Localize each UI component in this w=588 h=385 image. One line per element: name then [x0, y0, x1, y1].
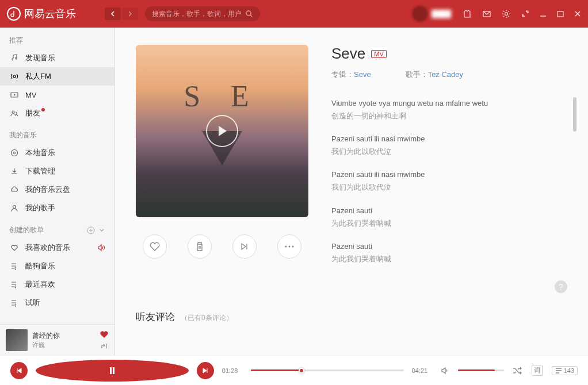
shuffle-icon[interactable] [512, 366, 522, 375]
play-overlay-button[interactable] [206, 115, 238, 147]
sidebar-item-discover[interactable]: 发现音乐 [0, 49, 114, 67]
cloud-icon [9, 186, 20, 194]
download-icon [9, 167, 20, 175]
lyrics-toggle[interactable]: 词 [532, 365, 543, 376]
player-bar: 01:28 04:21 词 143 [0, 355, 588, 385]
maximize-icon[interactable] [557, 10, 564, 17]
sidebar-item-cloud[interactable]: 我的音乐云盘 [0, 180, 114, 199]
progress-bar[interactable] [251, 369, 404, 371]
username: ████ [432, 10, 451, 18]
music-note-icon [9, 54, 20, 62]
section-created: 创建的歌单 [0, 217, 114, 238]
player-pause-button[interactable] [36, 360, 189, 382]
share-icon[interactable] [100, 342, 108, 350]
volume-fill [458, 369, 495, 371]
lyric-block: Viumbe vyote vya mungu wetu na mfalme we… [331, 97, 567, 122]
playlist-button[interactable]: 143 [552, 366, 578, 375]
nav-back-button[interactable] [105, 7, 121, 20]
svg-rect-16 [110, 367, 112, 374]
sidebar-item-artists[interactable]: 我的歌手 [0, 199, 114, 217]
lyric-block: Pazeni sauti ili nasi mwimbe我们为此以歌代泣 [331, 133, 567, 158]
svg-point-8 [12, 111, 14, 113]
minimize-icon[interactable] [540, 10, 547, 17]
next-button[interactable] [232, 234, 257, 259]
progress-fill [251, 369, 301, 371]
search-icon[interactable] [245, 10, 253, 18]
more-button[interactable] [277, 234, 301, 259]
sidebar-item-liked[interactable]: 我喜欢的音乐 [0, 238, 114, 257]
user-area[interactable]: ████ [412, 6, 451, 22]
svg-point-9 [12, 150, 18, 156]
user-avatar [412, 6, 428, 22]
lyric-block: Pazeni sauti ili nasi mwimbe我们为此以歌代泣 [331, 168, 567, 194]
svg-point-11 [13, 206, 16, 209]
mv-badge[interactable]: MV [371, 50, 387, 58]
notification-dot [41, 108, 45, 111]
svg-point-10 [14, 152, 16, 154]
list-icon [555, 368, 562, 374]
chevron-down-icon[interactable] [98, 226, 105, 233]
svg-point-6 [13, 75, 16, 78]
gear-icon[interactable] [502, 9, 511, 18]
svg-rect-5 [558, 11, 563, 17]
artist-link[interactable]: Tez Cadey [428, 70, 463, 79]
svg-point-3 [505, 13, 508, 16]
current-time: 01:28 [222, 367, 243, 374]
svg-point-13 [285, 246, 287, 248]
player-next-button[interactable] [197, 362, 214, 379]
volume-icon[interactable] [441, 366, 450, 375]
sidebar-item-recent[interactable]: 最近喜欢 [0, 275, 114, 294]
play-rect-icon [9, 91, 20, 99]
skin-icon[interactable] [463, 9, 472, 18]
add-playlist-icon[interactable] [87, 226, 95, 234]
sidebar-item-download[interactable]: 下载管理 [0, 162, 114, 180]
search-box[interactable] [145, 6, 260, 21]
now-playing-artist: 许巍 [32, 341, 95, 349]
sidebar: 推荐 发现音乐 私人FM MV 朋友 我的音乐 本地音乐 [0, 28, 115, 355]
mini-mode-icon[interactable] [521, 10, 529, 18]
sidebar-item-fm[interactable]: 私人FM [0, 67, 114, 86]
now-playing-card[interactable]: 曾经的你 许巍 [0, 324, 114, 355]
artist-meta: 歌手：Tez Cadey [406, 70, 463, 80]
svg-point-15 [292, 246, 294, 248]
playlist-icon [9, 280, 20, 288]
progress-handle[interactable] [299, 368, 304, 374]
player-prev-button[interactable] [10, 362, 28, 379]
netease-logo-icon [7, 7, 21, 21]
album-link[interactable]: Seve [354, 70, 371, 79]
playlist-icon [9, 299, 20, 307]
svg-line-1 [250, 15, 252, 17]
people-icon [9, 109, 20, 117]
like-button[interactable] [143, 234, 167, 259]
now-playing-title: 曾经的你 [32, 331, 95, 341]
search-input[interactable] [152, 10, 245, 18]
volume-bar[interactable] [458, 369, 504, 371]
app-name: 网易云音乐 [24, 7, 76, 21]
titlebar: 网易云音乐 ████ [0, 0, 588, 28]
sidebar-item-trial[interactable]: 试听 [0, 294, 114, 312]
lyric-block: Pazeni sauti为此我们哭着呐喊 [331, 205, 567, 230]
help-button[interactable]: ? [555, 280, 567, 293]
sidebar-item-local[interactable]: 本地音乐 [0, 144, 114, 162]
sidebar-item-kugou[interactable]: 酷狗音乐 [0, 257, 114, 275]
nav-history [105, 7, 138, 20]
total-time: 04:21 [412, 367, 433, 374]
sidebar-item-mv[interactable]: MV [0, 86, 114, 104]
album-art [136, 45, 308, 217]
comments-count: （已有0条评论） [181, 313, 233, 323]
trash-button[interactable] [188, 234, 212, 259]
sidebar-item-friends[interactable]: 朋友 [0, 104, 114, 122]
song-title: Seve [331, 45, 365, 63]
svg-point-14 [289, 246, 291, 248]
comments-title: 听友评论 [136, 310, 175, 324]
nav-forward-button[interactable] [122, 7, 138, 20]
lyrics-scrollbar[interactable] [573, 97, 576, 132]
section-my-music: 我的音乐 [0, 122, 114, 144]
now-playing-art [6, 329, 28, 351]
like-icon[interactable] [100, 330, 109, 338]
heart-icon [9, 244, 20, 252]
playing-indicator-icon [97, 244, 105, 252]
mail-icon[interactable] [482, 9, 491, 18]
close-icon[interactable] [574, 10, 581, 17]
app-logo: 网易云音乐 [7, 7, 76, 21]
